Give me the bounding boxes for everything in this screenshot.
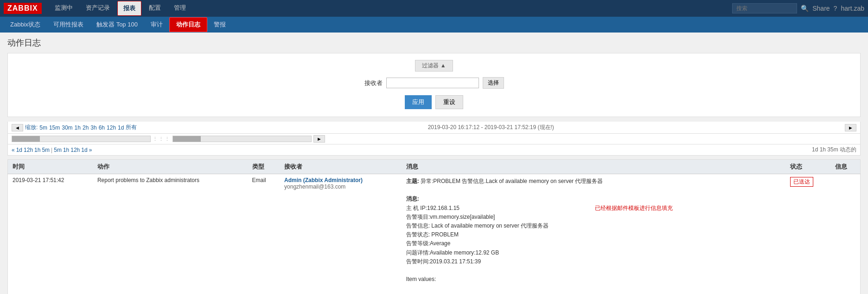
zoom-1d[interactable]: 1d (118, 124, 124, 131)
time-range-bar: ◄ 缩放: 5m 15m 30m 1h 2h 3h 6h 12h 1d 所有 2… (7, 122, 861, 134)
zoom-3h[interactable]: 3h (90, 124, 96, 131)
msg-annotation: 已经根据邮件模板进行信息填充 (595, 204, 673, 294)
scroll-track-2[interactable] (172, 136, 312, 142)
scroll-track[interactable] (12, 136, 151, 142)
msg-line2: 告警项目:vm.memory.size[available] (406, 213, 577, 222)
zoom-2h[interactable]: 2h (83, 124, 89, 131)
scroll-right-btn[interactable]: ► (313, 135, 325, 143)
logo: ZABBIX (4, 3, 42, 14)
scroll-thumb (12, 136, 40, 142)
time-nav2-row: « 1d 12h 1h 5m | 5m 1h 12h 1d » 1d 1h 35… (7, 144, 861, 156)
scroll-thumb-2 (173, 136, 201, 142)
cell-action: Report problems to Zabbix administrators (93, 174, 248, 294)
search-input[interactable] (732, 3, 797, 13)
zoom-5m[interactable]: 5m (39, 124, 47, 131)
msg-line7: 告警时间:2019.03.21 17:51:39 (406, 257, 577, 266)
nav2-12h-right[interactable]: 12h (70, 147, 80, 153)
nav-monitor[interactable]: 监测中 (49, 1, 78, 16)
col-status: 状态 (785, 160, 830, 174)
cell-info (830, 174, 861, 294)
subnav-triggers-top100[interactable]: 触发器 Top 100 (90, 18, 144, 32)
col-recipient: 接收者 (280, 160, 402, 174)
msg-line3: 告警信息: Lack of available memory on server… (406, 222, 577, 230)
zoom-15m[interactable]: 15m (49, 124, 60, 131)
scroll-bar-row: ⋮⋮⋮ ► (7, 134, 861, 144)
status-badge: 已送达 (790, 177, 813, 187)
subnav-alerts[interactable]: 警报 (207, 18, 232, 32)
msg-subject-row: 主题: 异常:PROBLEM 告警信息.Lack of available me… (406, 177, 781, 186)
nav-reports[interactable]: 报表 (117, 1, 141, 16)
msg-line9: Item values: (406, 275, 577, 284)
nav-assets[interactable]: 资产记录 (80, 1, 115, 16)
col-time: 时间 (8, 160, 93, 174)
nav-admin[interactable]: 管理 (168, 1, 191, 16)
top-nav-items: 监测中 资产记录 报表 配置 管理 (49, 1, 733, 16)
nav2-sep: | (51, 147, 52, 153)
page-title: 动作日志 (7, 37, 861, 48)
nav2-far-right[interactable]: » (89, 147, 92, 153)
msg-line10 (406, 284, 577, 293)
nav2-1h-left[interactable]: 1h (34, 147, 40, 153)
filter-actions: 应用 重设 (8, 92, 860, 112)
nav2-5m-right[interactable]: 5m (54, 147, 62, 153)
top-nav-right: 🔍 Share ? hart.zab (732, 3, 864, 13)
select-button[interactable]: 选择 (483, 77, 504, 89)
msg-body-content: 主 机 IP:192.168.1.15 告警项目:vm.memory.size[… (406, 204, 781, 294)
msg-subject-content: 异常:PROBLEM 告警信息.Lack of available memory… (421, 178, 603, 184)
scroll-inner: ⋮⋮⋮ ► (12, 135, 325, 143)
msg-body-row: 消息: (406, 195, 781, 203)
msg-body-label: 消息: (406, 196, 419, 202)
time-range-right: 2019-03-20 16:17:12 - 2019-03-21 17:52:1… (428, 124, 554, 131)
nav2-far-left[interactable]: « (12, 147, 15, 153)
subnav-action-log[interactable]: 动作日志 (169, 17, 207, 32)
msg-line6: 问题详情:Available memory:12.92 GB (406, 248, 577, 257)
cell-status: 已送达 (785, 174, 830, 294)
nav2-12h-left[interactable]: 12h (24, 147, 33, 153)
msg-line5: 告警等级:Average (406, 239, 577, 248)
zoom-label: 缩放: (25, 124, 38, 131)
zoom-30m[interactable]: 30m (62, 124, 72, 131)
col-message: 消息 (402, 160, 785, 174)
zoom-all[interactable]: 所有 (126, 124, 137, 131)
nav2-1h-right[interactable]: 1h (63, 147, 69, 153)
nav2-5m-left[interactable]: 5m (42, 147, 50, 153)
msg-subject-label: 主题: (406, 178, 419, 184)
col-info: 信息 (830, 160, 861, 174)
user-label: hart.zab (841, 5, 864, 12)
table-row: 2019-03-21 17:51:42 Report problems to Z… (8, 174, 861, 294)
nav2-1d-left[interactable]: 1d (16, 147, 22, 153)
filter-section: 过滤器 ▲ 接收者 选择 应用 重设 (7, 53, 861, 117)
reset-button[interactable]: 重设 (435, 95, 463, 109)
apply-button[interactable]: 应用 (405, 95, 432, 109)
subnav-audit[interactable]: 审计 (144, 18, 169, 32)
help-icon[interactable]: ? (834, 5, 837, 12)
filter-row: 接收者 选择 (8, 73, 860, 92)
msg-line1: 主 机 IP:192.168.1.15 (406, 204, 577, 213)
zoom-12h[interactable]: 12h (107, 124, 116, 131)
zoom-6h[interactable]: 6h (99, 124, 105, 131)
time-nav2-left: « 1d 12h 1h 5m | 5m 1h 12h 1d » (12, 147, 92, 153)
nav2-right: 1d 1h 35m 动态的 (812, 146, 856, 154)
recipient-input[interactable] (386, 78, 479, 88)
cell-time: 2019-03-21 17:51:42 (8, 174, 93, 294)
nav-config[interactable]: 配置 (143, 1, 166, 16)
time-prev-button[interactable]: ◄ (12, 124, 23, 131)
col-type: 类型 (248, 160, 280, 174)
recipient-name: Admin (Zabbix Administrator) (284, 177, 397, 183)
msg-body-lines: 主 机 IP:192.168.1.15 告警项目:vm.memory.size[… (406, 204, 577, 294)
filter-toggle-row: 过滤器 ▲ (8, 58, 860, 73)
zoom-1h[interactable]: 1h (75, 124, 81, 131)
share-label[interactable]: Share (812, 5, 830, 12)
scroll-handle[interactable]: ⋮⋮⋮ (153, 136, 171, 142)
subnav-availability[interactable]: 可用性报表 (47, 18, 90, 32)
msg-line8 (406, 266, 577, 275)
search-icon[interactable]: 🔍 (801, 5, 809, 12)
recipient-email: yongzhenmail@163.com (284, 183, 397, 190)
filter-toggle-button[interactable]: 过滤器 ▲ (415, 60, 453, 72)
nav2-1d-right[interactable]: 1d (81, 147, 87, 153)
cell-message: 主题: 异常:PROBLEM 告警信息.Lack of available me… (402, 174, 785, 294)
time-next-button[interactable]: ► (845, 124, 856, 131)
subnav-zabbix-status[interactable]: Zabbix状态 (4, 18, 47, 32)
page-content: 动作日志 过滤器 ▲ 接收者 选择 应用 重设 ◄ 缩放: 5m 15m 30m… (0, 33, 868, 294)
cell-type: Email (248, 174, 280, 294)
